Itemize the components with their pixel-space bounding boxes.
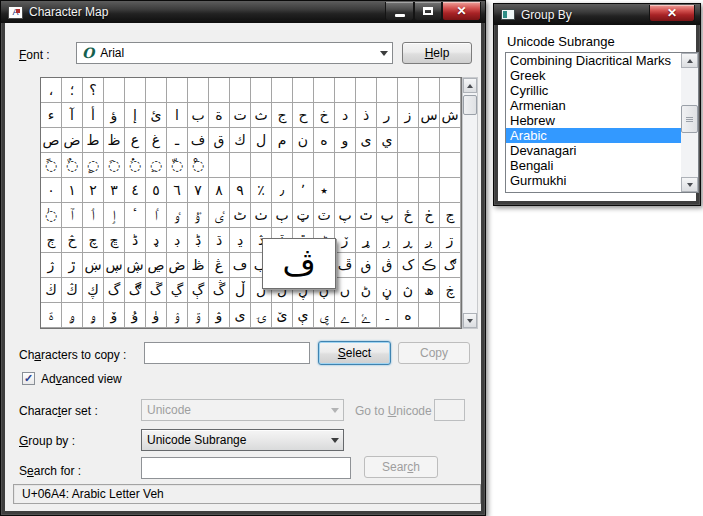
grid-cell[interactable]: ◌ّ xyxy=(167,153,188,178)
grid-cell[interactable] xyxy=(104,78,125,103)
grid-cell[interactable]: ٧ xyxy=(188,178,209,203)
grid-cell[interactable]: ١ xyxy=(62,178,83,203)
grid-cell[interactable] xyxy=(398,178,419,203)
subrange-item[interactable]: Hebrew xyxy=(506,113,681,128)
subrange-item[interactable]: Armenian xyxy=(506,98,681,113)
grid-cell[interactable]: ء xyxy=(41,103,62,128)
grid-cell[interactable] xyxy=(335,178,356,203)
grid-cell[interactable]: ٱ xyxy=(62,203,83,228)
grid-cell[interactable]: ک xyxy=(398,253,419,278)
grid-cell[interactable]: ڨ xyxy=(377,253,398,278)
grid-cell[interactable]: ج xyxy=(272,103,293,128)
grid-cell[interactable]: ٽ xyxy=(314,203,335,228)
grid-cell[interactable]: ٠ xyxy=(41,178,62,203)
scroll-down-button[interactable] xyxy=(681,177,698,192)
grid-cell[interactable] xyxy=(440,153,461,178)
grid-cell[interactable]: ق xyxy=(209,128,230,153)
grid-cell[interactable]: ٸ xyxy=(209,203,230,228)
grid-cell[interactable]: ځ xyxy=(398,203,419,228)
grid-cell[interactable]: ڋ xyxy=(188,228,209,253)
grid-scrollbar-thumb[interactable] xyxy=(463,95,477,115)
grid-cell[interactable]: ڠ xyxy=(209,253,230,278)
grid-cell[interactable]: ڃ xyxy=(440,203,461,228)
scroll-down-button[interactable] xyxy=(463,313,477,328)
grid-cell[interactable]: خ xyxy=(314,103,335,128)
select-button[interactable]: Select xyxy=(318,341,391,365)
scroll-up-button[interactable] xyxy=(681,53,698,68)
grid-cell[interactable] xyxy=(440,178,461,203)
grid-cell[interactable] xyxy=(251,78,272,103)
grid-cell[interactable] xyxy=(272,78,293,103)
grid-cell[interactable]: ب xyxy=(188,103,209,128)
grid-cell[interactable]: ۇ xyxy=(125,303,146,328)
subrange-listbox[interactable]: Combining Diacritical MarksGreekCyrillic… xyxy=(506,53,681,192)
grid-cell[interactable] xyxy=(419,153,440,178)
grid-cell[interactable]: ٲ xyxy=(83,203,104,228)
grid-cell[interactable] xyxy=(377,178,398,203)
grid-cell[interactable]: ڿ xyxy=(440,278,461,303)
grid-cell[interactable] xyxy=(146,78,167,103)
grid-cell[interactable]: ٥ xyxy=(146,178,167,203)
minimize-button[interactable] xyxy=(385,2,414,21)
grid-cell[interactable] xyxy=(440,78,461,103)
grid-cell[interactable]: ◌ِ xyxy=(146,153,167,178)
grid-cell[interactable]: ◌َ xyxy=(104,153,125,178)
grid-cell[interactable]: ، xyxy=(41,78,62,103)
grid-cell[interactable]: ژ xyxy=(41,253,62,278)
grid-cell[interactable] xyxy=(335,153,356,178)
grid-cell[interactable] xyxy=(356,78,377,103)
grid-cell[interactable] xyxy=(293,153,314,178)
grid-cell[interactable]: ڴ xyxy=(209,278,230,303)
grid-cell[interactable]: ټ xyxy=(293,203,314,228)
grid-cell[interactable]: ا xyxy=(167,103,188,128)
grid-cell[interactable]: ڍ xyxy=(230,228,251,253)
grid-cell[interactable]: ث xyxy=(251,103,272,128)
grid-cell[interactable]: ڌ xyxy=(209,228,230,253)
grid-cell[interactable]: ل xyxy=(251,128,272,153)
grid-cell[interactable]: ◌ٌ xyxy=(62,153,83,178)
grid-cell[interactable]: ى xyxy=(356,128,377,153)
grid-cell[interactable]: ڝ xyxy=(146,253,167,278)
grid-cell[interactable]: ◌ْ xyxy=(188,153,209,178)
grid-cell[interactable]: ڪ xyxy=(419,253,440,278)
grid-cell[interactable]: ړ xyxy=(356,228,377,253)
grid-cell[interactable] xyxy=(419,178,440,203)
grid-cell[interactable]: ر xyxy=(377,103,398,128)
grid-cell[interactable] xyxy=(398,153,419,178)
grid-cell[interactable]: ڲ xyxy=(167,278,188,303)
grid-cell[interactable]: ٶ xyxy=(167,203,188,228)
grid-cell[interactable]: ۔ xyxy=(377,303,398,328)
grid-cell[interactable]: ۃ xyxy=(41,303,62,328)
grid-cell[interactable] xyxy=(356,153,377,178)
grid-cell[interactable]: ح xyxy=(293,103,314,128)
grid-cell[interactable]: ۓ xyxy=(356,303,377,328)
grid-cell[interactable]: ڇ xyxy=(104,228,125,253)
grid-cell[interactable]: ٨ xyxy=(209,178,230,203)
grid-cell[interactable]: ڧ xyxy=(356,253,377,278)
grid-cell[interactable]: ڔ xyxy=(377,228,398,253)
grid-cell[interactable]: ۍ xyxy=(251,303,272,328)
grid-cell[interactable]: ڀ xyxy=(377,203,398,228)
grid-cell[interactable]: م xyxy=(272,128,293,153)
grid-cell[interactable]: ز xyxy=(398,103,419,128)
grid-cell[interactable]: ڭ xyxy=(62,278,83,303)
grid-cell[interactable]: ◌ٰ xyxy=(41,203,62,228)
grid-cell[interactable] xyxy=(440,128,461,153)
grid-cell[interactable]: ؛ xyxy=(62,78,83,103)
grid-cell[interactable] xyxy=(398,128,419,153)
grid-cell[interactable]: غ xyxy=(146,128,167,153)
grid-cell[interactable]: ٿ xyxy=(356,203,377,228)
grid-cell[interactable] xyxy=(335,78,356,103)
grid-cell[interactable]: ڳ xyxy=(188,278,209,303)
font-combobox[interactable]: O Arial xyxy=(76,42,393,64)
grid-cell[interactable]: ◌ُ xyxy=(125,153,146,178)
grid-cell[interactable]: ت xyxy=(230,103,251,128)
characters-to-copy-input[interactable] xyxy=(144,342,310,364)
subrange-item[interactable]: Greek xyxy=(506,68,681,83)
grid-cell[interactable]: ٫ xyxy=(272,178,293,203)
grid-cell[interactable]: ص xyxy=(41,128,62,153)
listbox-scrollbar-thumb[interactable] xyxy=(681,105,698,133)
grid-scrollbar[interactable] xyxy=(462,77,478,329)
grid-cell[interactable]: ە xyxy=(398,303,419,328)
font-combobox-dropdown[interactable] xyxy=(375,43,392,63)
